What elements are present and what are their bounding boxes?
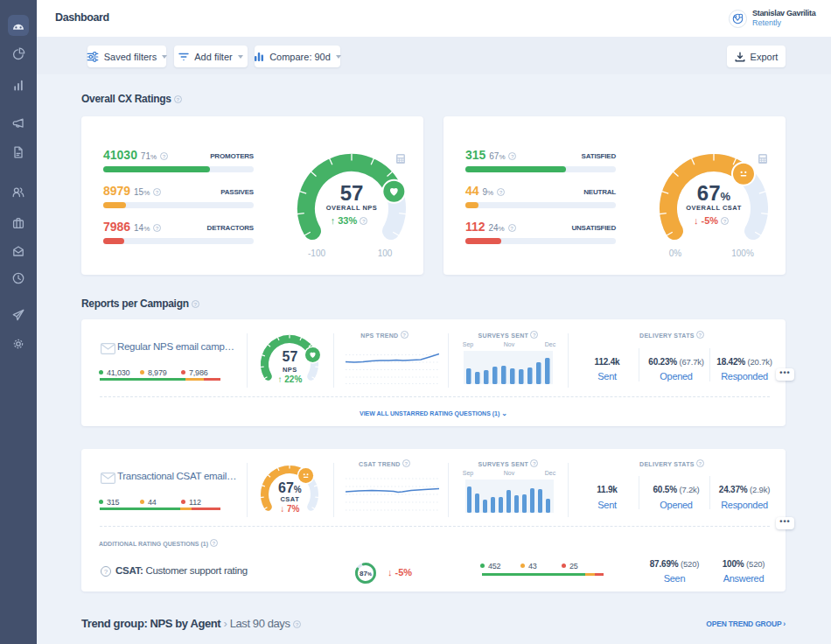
svg-text:87%: 87% [360, 570, 372, 578]
